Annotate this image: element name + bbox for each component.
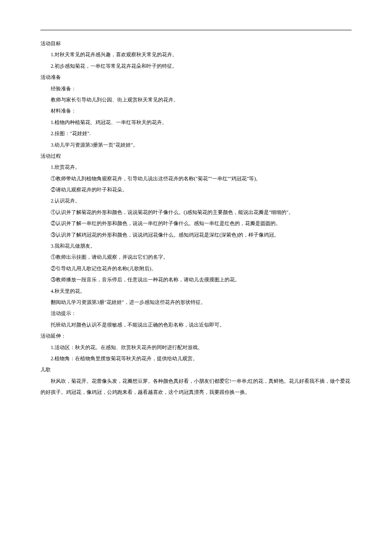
preparation-mat-item: 1.植物内种植菊花、鸡冠花、一串红等秋天的花卉。 [40, 117, 352, 128]
horizontal-divider [40, 30, 352, 30]
process-line: ③教师播放一段音乐，音乐停后，任意说出一种花的名称，请幼儿去摸摸图上的花。 [40, 274, 352, 285]
process-line: ③认识并了解鸡冠花的外形和颜色，说说鸡冠花像什么。感知鸡冠花是深红(深紫色)的，… [40, 229, 352, 240]
process-line: ①认识并了解菊花的外形和颜色，说说菊花的叶子像什么。()感知菊花的主要颜色，能说… [40, 207, 352, 218]
process-line: ②请幼儿观察花卉的叶子和花朵。 [40, 184, 352, 195]
process-block-title: 3.我和花儿做朋友。 [40, 240, 352, 251]
process-block-title: 1.欣赏花卉。 [40, 162, 352, 173]
process-line: 翻阅幼儿学习资源第3册"花娃娃"，进一步感知这些花卉的形状特征。 [40, 297, 352, 308]
goals-item: 1.对秋天常见的花卉感兴趣，喜欢观察秋天常见的花卉。 [40, 49, 352, 60]
preparation-mat-item: 3.幼儿学习资源第3册第一页"花娃娃"。 [40, 139, 352, 150]
process-line: 活动提示： [40, 308, 352, 319]
preparation-exp-label: 经验准备： [40, 83, 352, 94]
extension-item: 1.活动区：秋天的花。在感知、欣赏秋天花卉的同时进行配对游戏。 [40, 342, 352, 353]
process-line: 托班幼儿对颜色认识不是很敏感，不能说出正确的色彩名称，说出近似即可。 [40, 319, 352, 330]
preparation-mat-label: 材料准备： [40, 105, 352, 116]
extension-item: 2.植物角：在植物角里摆放菊花等秋天的花卉，提供给幼儿观赏。 [40, 353, 352, 364]
section-process-heading: 活动过程 [40, 150, 352, 162]
goals-item: 2.初步感知菊花，一串红等常见花卉花朵和叶子的特征。 [40, 61, 352, 72]
process-block-title: 2.认识花卉。 [40, 195, 352, 206]
section-extension-heading: 活动延伸： [40, 330, 352, 341]
process-block-title: 4.秋天里的花。 [40, 286, 352, 297]
song-text: 秋风吹，菊花开。花蕾像头发，花瓣想豆芽。各种颜色真好看，小朋友们都爱它!一串串;… [40, 376, 352, 398]
preparation-mat-item: 2.挂图："花娃娃". [40, 128, 352, 139]
process-line: ①教师出示挂图，请幼儿观察，并说出它们的名字。 [40, 251, 352, 263]
process-line: ①教师带幼儿到植物角观察花卉，引导幼儿说出这些花卉的名称("菊花""一串红""鸡… [40, 173, 352, 184]
process-line: ②引导幼儿用儿歌记住花卉的名称(儿歌附后)。 [40, 263, 352, 274]
section-song-heading: 儿歌 [40, 364, 352, 375]
section-preparation-heading: 活动准备 [40, 72, 352, 83]
preparation-exp-text: 教师与家长引导幼儿到公园、街上观赏秋天常见的花卉。 [40, 94, 352, 105]
process-line: ②认识并了解一串红的外形和颜色，说说一串红的叶子像什么。感知一串红是红色的，花瓣… [40, 218, 352, 229]
section-goals-heading: 活动目标 [40, 38, 352, 49]
